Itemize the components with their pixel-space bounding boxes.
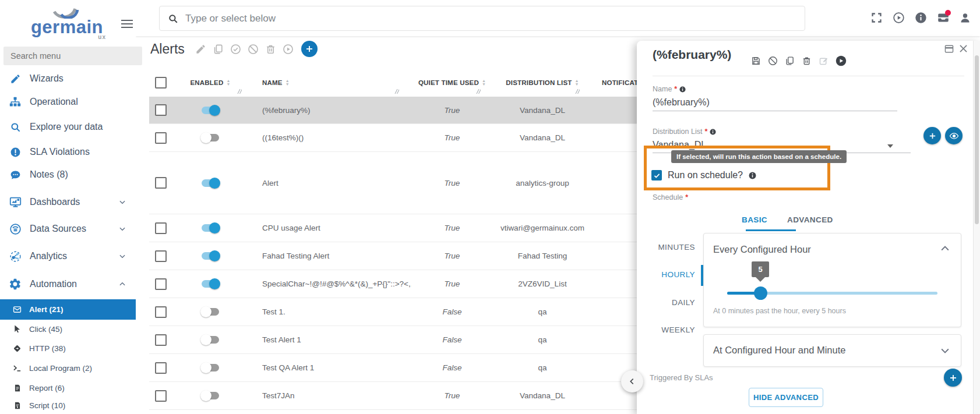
ban-icon[interactable] [768,56,778,66]
enabled-toggle[interactable] [202,179,219,187]
run-icon[interactable] [283,44,294,55]
table-row[interactable]: Test 1. False qa [149,298,674,325]
sidebar-item-sla-violations[interactable]: SLA Violations [0,141,136,162]
column-header-distribution[interactable]: DISTRIBUTION LIST [506,79,572,86]
column-header-name[interactable]: NAME [262,79,283,86]
sidebar-search-input[interactable] [3,47,142,65]
run-on-schedule-checkbox[interactable] [651,170,662,181]
run-icon[interactable] [836,55,847,66]
sidebar-item-analytics[interactable]: Analytics [0,246,136,267]
sidebar-item-local-program[interactable]: Local Program (2) [0,358,136,378]
row-checkbox[interactable] [155,104,167,116]
column-resize-handle[interactable] [475,89,481,94]
info-icon[interactable] [679,86,686,93]
sidebar-item-data-sources[interactable]: Data Sources [0,218,136,239]
column-resize-handle[interactable] [237,89,242,94]
sidebar-item-explore[interactable]: Explore your data [0,116,136,137]
sidebar-item-script[interactable]: Script (10) [0,395,136,414]
column-header-enabled[interactable]: ENABLED [190,79,223,86]
tab-weekly[interactable]: WEEKLY [643,325,695,334]
tab-basic[interactable]: BASIC [742,215,767,224]
save-icon[interactable] [751,56,761,66]
tab-advanced[interactable]: ADVANCED [787,215,833,224]
add-sla-button[interactable] [944,369,962,387]
row-checkbox[interactable] [155,390,167,402]
table-row[interactable]: Alert True analytics-group [149,151,674,214]
add-distribution-button[interactable] [923,127,941,144]
edit-icon[interactable] [819,56,829,66]
sidebar-item-notes[interactable]: Notes (8) [0,164,136,185]
menu-icon[interactable] [121,17,133,30]
sidebar-item-wizards[interactable]: Wizards [0,68,136,89]
sidebar-item-report[interactable]: Report (6) [0,378,136,398]
enabled-toggle[interactable] [202,364,219,371]
info-icon[interactable] [915,12,927,24]
trash-icon[interactable] [265,44,276,55]
hide-advanced-button[interactable]: HIDE ADVANCED [749,388,823,407]
trash-icon[interactable] [802,56,812,66]
tab-minutes[interactable]: MINUTES [643,243,695,252]
inbox-icon[interactable] [937,12,949,24]
enabled-toggle[interactable] [202,107,219,114]
enabled-toggle[interactable] [202,224,219,232]
sidebar-item-alert[interactable]: Alert (21) [0,299,136,320]
hour-minute-card[interactable]: At Configured Hour and Minute [703,334,961,367]
row-checkbox[interactable] [155,132,167,144]
chevron-up-icon[interactable] [939,243,951,254]
table-row[interactable]: SpecialChar~!@!#@$%^&*(&)_+P{}"::>?<,.;.… [149,270,674,298]
info-icon[interactable] [710,129,716,135]
row-checkbox[interactable] [155,222,167,234]
sidebar-item-click[interactable]: Click (45) [0,319,136,339]
dropdown-caret-icon[interactable] [887,144,893,148]
enabled-toggle[interactable] [202,392,219,399]
popout-window-icon[interactable] [944,44,954,54]
column-resize-handle[interactable] [394,89,399,94]
enabled-toggle[interactable] [202,134,219,141]
column-resize-handle[interactable] [574,89,580,94]
sort-icon[interactable]: ▲▼ [226,79,230,86]
info-icon[interactable] [749,172,756,179]
global-search-input[interactable] [184,12,805,25]
column-header-quiet-time[interactable]: QUIET TIME USED [418,79,479,86]
collapse-panel-button[interactable] [621,370,643,392]
close-icon[interactable] [958,43,969,54]
copy-icon[interactable] [785,56,795,66]
slider-handle[interactable] [754,286,767,300]
sidebar-item-automation[interactable]: Automation [0,274,136,295]
sidebar-item-operational[interactable]: Operational [0,91,136,112]
sidebar-item-dashboards[interactable]: Dashboards [0,192,136,213]
edit-icon[interactable] [195,44,206,55]
select-all-checkbox[interactable] [155,77,167,89]
chevron-down-icon[interactable] [939,345,951,356]
row-checkbox[interactable] [155,250,167,262]
table-row[interactable]: (%february%) True Vandana_DL [149,97,674,123]
global-search[interactable] [159,6,805,31]
play-circle-icon[interactable] [893,12,905,24]
add-alert-button[interactable] [301,41,318,57]
sidebar-item-http[interactable]: HTTP (38) [0,338,136,358]
tab-daily[interactable]: DAILY [643,298,695,307]
name-field-value[interactable]: (%february%) [653,97,710,108]
enabled-toggle[interactable] [202,308,219,316]
table-row[interactable]: Fahad Testing Alert True Fahad Testing [149,242,674,270]
enabled-toggle[interactable] [202,280,219,288]
panel-scrollbar[interactable] [973,41,980,414]
ban-icon[interactable] [248,44,259,55]
tab-hourly[interactable]: HOURLY [643,270,695,279]
view-distribution-button[interactable] [945,127,963,144]
table-row[interactable] [149,409,674,414]
copy-icon[interactable] [213,44,224,55]
table-row[interactable]: Test Alert 1 False qa [149,325,674,353]
row-checkbox[interactable] [155,177,167,189]
check-circle-icon[interactable] [230,44,241,55]
user-icon[interactable] [959,12,971,24]
scrollbar-thumb[interactable] [975,55,979,224]
sort-icon[interactable]: ▲▼ [285,79,290,86]
row-checkbox[interactable] [155,278,167,290]
sort-icon[interactable]: ▲▼ [482,79,486,86]
column-header-notification[interactable]: NOTIFICATI [602,79,640,86]
table-row[interactable]: Test QA Alert 1 False qa [149,353,674,381]
sort-icon[interactable]: ▲▼ [575,79,579,86]
row-checkbox[interactable] [155,362,167,374]
row-checkbox[interactable] [155,306,167,318]
